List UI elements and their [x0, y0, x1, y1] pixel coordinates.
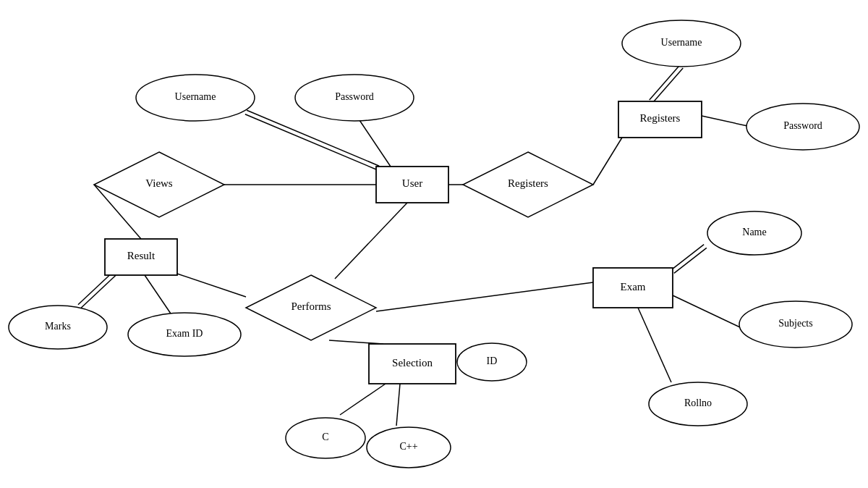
svg-line-20 [674, 248, 707, 273]
svg-line-6 [593, 138, 622, 185]
svg-line-14 [78, 272, 113, 305]
svg-line-22 [638, 308, 671, 382]
svg-line-19 [671, 245, 704, 270]
svg-line-1 [245, 114, 378, 170]
svg-text:Rollno: Rollno [684, 397, 712, 408]
svg-line-7 [650, 65, 680, 100]
svg-text:Exam: Exam [621, 281, 646, 293]
shapes-layer [9, 20, 859, 468]
er-diagram: UserResultSelectionExamRegistersViewsPer… [0, 0, 868, 488]
svg-text:Username: Username [661, 37, 702, 48]
svg-line-13 [81, 275, 116, 308]
svg-line-12 [177, 274, 246, 297]
svg-text:Username: Username [175, 91, 216, 102]
svg-line-8 [652, 68, 683, 103]
svg-text:Result: Result [127, 250, 156, 261]
svg-text:Selection: Selection [392, 357, 433, 369]
svg-line-18 [396, 384, 400, 426]
svg-line-10 [335, 203, 407, 279]
svg-line-15 [145, 275, 172, 316]
svg-text:ID: ID [487, 356, 498, 366]
svg-text:Password: Password [335, 91, 374, 102]
svg-text:Password: Password [783, 120, 822, 131]
svg-text:User: User [402, 177, 422, 189]
svg-text:Registers: Registers [640, 112, 681, 124]
svg-text:Registers: Registers [508, 177, 548, 189]
svg-text:Exam ID: Exam ID [166, 328, 203, 339]
svg-line-9 [702, 116, 751, 127]
svg-line-21 [673, 295, 740, 327]
svg-text:Subjects: Subjects [778, 318, 812, 329]
svg-line-23 [376, 282, 593, 311]
svg-text:C: C [322, 432, 328, 442]
svg-text:Views: Views [145, 177, 173, 189]
diagram-canvas: UserResultSelectionExamRegistersViewsPer… [0, 0, 868, 488]
svg-text:C++: C++ [399, 441, 417, 452]
svg-line-17 [340, 384, 386, 415]
svg-text:Marks: Marks [45, 321, 71, 332]
svg-text:Name: Name [742, 227, 766, 237]
svg-text:Performs: Performs [292, 300, 331, 312]
